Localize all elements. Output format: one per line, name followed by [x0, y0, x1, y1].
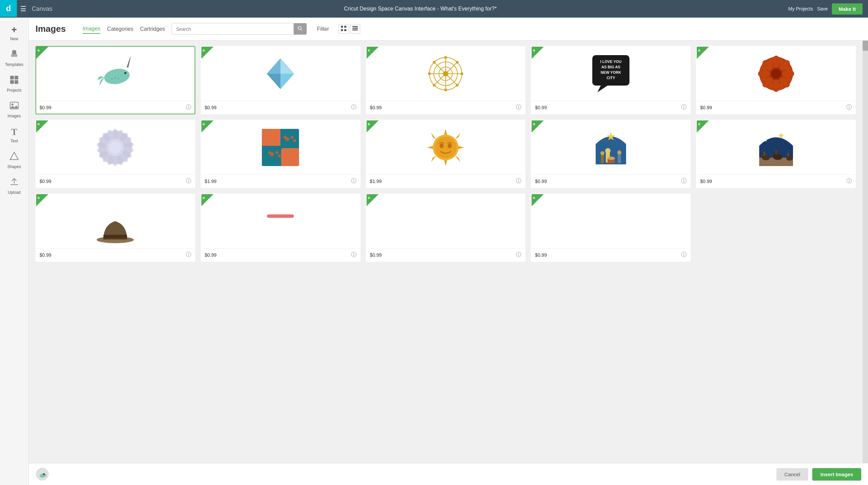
sidebar-item-new[interactable]: + New	[0, 21, 28, 45]
info-icon-1[interactable]: ⓘ	[186, 104, 191, 111]
images-grid: a	[35, 46, 856, 262]
image-card-11[interactable]: a $0.99 ⓘ	[35, 193, 195, 262]
svg-rect-2	[15, 76, 18, 79]
list-view-button[interactable]	[350, 24, 360, 34]
search-button[interactable]	[294, 23, 306, 34]
svg-point-40	[456, 61, 458, 64]
info-icon-12[interactable]: ⓘ	[351, 251, 356, 258]
info-icon-4[interactable]: ⓘ	[681, 104, 687, 111]
image-card-10[interactable]: a	[696, 120, 856, 188]
svg-point-120	[786, 138, 787, 140]
svg-point-90	[291, 136, 294, 139]
svg-point-88	[272, 133, 275, 136]
info-icon-9[interactable]: ⓘ	[681, 178, 687, 185]
right-actions: My Projects Save Make It	[788, 3, 863, 15]
main-content: Images Images Categories Cartridges Filt…	[29, 18, 868, 485]
svg-point-118	[607, 157, 615, 160]
svg-rect-134	[103, 235, 127, 239]
image-card-1[interactable]: a	[35, 46, 195, 114]
image-card-4[interactable]: a I LOVE YOU AS BIG AS NEW YORK CITY	[531, 46, 691, 114]
search-input[interactable]	[172, 24, 294, 34]
image-card-2[interactable]: a $0.99 ⓘ	[201, 46, 361, 114]
scrollbar-track[interactable]	[863, 41, 868, 463]
info-icon-6[interactable]: ⓘ	[186, 178, 191, 185]
svg-rect-115	[618, 154, 621, 163]
card-price-10: $0.99	[700, 179, 712, 184]
image-card-12[interactable]: a $0.99 ⓘ	[201, 193, 361, 262]
svg-rect-14	[352, 26, 358, 27]
cancel-button[interactable]: Cancel	[776, 468, 809, 481]
insert-images-button[interactable]: Insert Images	[812, 468, 861, 481]
projects-icon	[9, 75, 19, 87]
svg-rect-85	[281, 148, 299, 166]
image-card-5[interactable]: a	[696, 46, 856, 114]
card-price-13: $0.99	[370, 252, 382, 258]
image-card-14[interactable]: a $0.99 ⓘ	[531, 193, 691, 262]
svg-marker-44	[597, 86, 607, 92]
svg-point-19	[115, 77, 116, 78]
view-toggle	[339, 24, 360, 34]
panel-title: Images	[35, 24, 66, 34]
svg-line-9	[301, 29, 302, 30]
image-card-9[interactable]: a	[531, 120, 691, 188]
info-icon-2[interactable]: ⓘ	[351, 104, 356, 111]
info-icon-5[interactable]: ⓘ	[846, 104, 852, 111]
svg-text:AS BIG AS: AS BIG AS	[601, 65, 620, 69]
card-price-6: $0.99	[40, 179, 51, 184]
svg-point-87	[267, 133, 270, 136]
svg-point-41	[433, 84, 436, 87]
svg-point-39	[456, 84, 458, 87]
card-price-2: $0.99	[205, 105, 217, 110]
tab-categories[interactable]: Categories	[107, 25, 133, 33]
d-logo-icon: d	[0, 0, 17, 17]
card-price-8: $1.99	[370, 179, 382, 184]
info-icon-7[interactable]: ⓘ	[351, 178, 356, 185]
svg-point-37	[461, 72, 463, 75]
info-icon-3[interactable]: ⓘ	[516, 104, 521, 111]
image-card-3[interactable]: a	[366, 46, 526, 114]
image-card-13[interactable]: a $0.99 ⓘ	[366, 193, 526, 262]
sidebar-item-templates[interactable]: Templates	[0, 46, 28, 70]
svg-point-62	[771, 69, 781, 79]
grid-view-button[interactable]	[339, 24, 349, 34]
sidebar-item-shapes[interactable]: Shapes	[0, 148, 28, 172]
image-card-8[interactable]: a	[366, 120, 526, 188]
filter-button[interactable]: Filter	[317, 26, 329, 32]
sidebar-item-text[interactable]: T Text	[0, 123, 28, 147]
info-icon-13[interactable]: ⓘ	[516, 251, 521, 258]
svg-rect-113	[601, 155, 604, 163]
svg-point-38	[433, 61, 436, 64]
tab-cartridges[interactable]: Cartridges	[140, 25, 165, 33]
info-icon-14[interactable]: ⓘ	[681, 251, 687, 258]
tab-images[interactable]: Images	[83, 24, 100, 34]
make-it-button[interactable]: Make It	[832, 3, 863, 15]
card-price-3: $0.99	[370, 105, 382, 110]
image-card-7[interactable]: a	[201, 120, 361, 188]
svg-point-56	[782, 70, 794, 78]
svg-point-34	[444, 56, 447, 59]
sidebar-item-templates-label: Templates	[5, 62, 24, 67]
page-title: Cricut Design Space Canvas Interface - W…	[58, 6, 783, 12]
svg-point-18	[124, 72, 126, 74]
new-icon: +	[11, 24, 17, 35]
svg-point-36	[428, 72, 431, 75]
my-projects-link[interactable]: My Projects	[788, 6, 813, 11]
svg-rect-10	[341, 26, 343, 28]
info-icon-10[interactable]: ⓘ	[846, 178, 852, 185]
sidebar-item-upload[interactable]: Upload	[0, 174, 28, 198]
scrollbar-thumb[interactable]	[863, 41, 868, 51]
info-icon-8[interactable]: ⓘ	[516, 178, 521, 185]
image-card-6[interactable]: a	[35, 120, 195, 188]
sidebar-item-projects[interactable]: Projects	[0, 72, 28, 96]
canvas-label: Canvas	[32, 5, 52, 13]
svg-rect-1	[10, 76, 14, 79]
svg-point-116	[617, 151, 621, 155]
sidebar-item-new-label: New	[10, 37, 18, 41]
info-icon-11[interactable]: ⓘ	[186, 251, 191, 258]
svg-rect-4	[15, 80, 18, 84]
menu-icon[interactable]: ☰	[20, 5, 26, 13]
svg-point-54	[772, 56, 780, 68]
svg-point-111	[605, 148, 611, 154]
sidebar-item-images[interactable]: Images	[0, 97, 28, 122]
save-button[interactable]: Save	[817, 6, 828, 11]
